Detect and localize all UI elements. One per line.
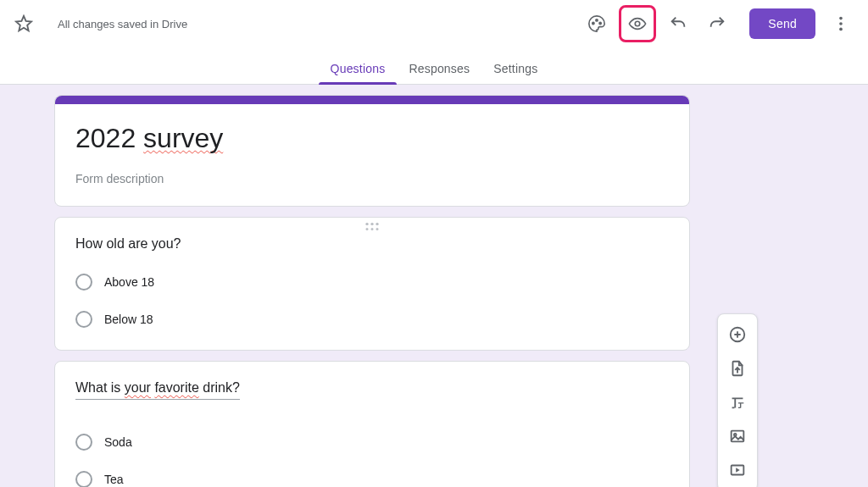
import-questions-icon[interactable]	[721, 351, 754, 385]
question-card-1[interactable]: How old are you? Above 18 Below 18	[54, 217, 690, 351]
question-title[interactable]: What is your favorite drink?	[75, 380, 240, 400]
svg-point-3	[636, 21, 641, 26]
star-icon[interactable]	[7, 7, 41, 41]
form-title-part2: survey	[143, 123, 223, 153]
option-row[interactable]: Soda	[75, 427, 669, 464]
accent-bar	[55, 96, 689, 104]
redo-icon[interactable]	[700, 7, 734, 41]
radio-icon	[75, 471, 92, 487]
header: All changes saved in Drive	[0, 0, 868, 47]
undo-icon[interactable]	[661, 7, 695, 41]
option-row[interactable]: Tea	[75, 464, 669, 487]
preview-icon[interactable]	[619, 5, 656, 42]
svg-point-6	[839, 28, 843, 31]
palette-icon[interactable]	[580, 7, 614, 41]
svg-point-2	[599, 22, 601, 24]
question-card-2[interactable]: What is your favorite drink? Soda Tea	[54, 361, 690, 487]
option-row[interactable]: Above 18	[75, 267, 669, 304]
form-header-card[interactable]: 2022 survey Form description	[54, 95, 690, 207]
tabs: Questions Responses Settings	[0, 47, 868, 85]
add-question-icon[interactable]	[721, 318, 754, 351]
form-description[interactable]: Form description	[75, 172, 669, 185]
svg-point-5	[839, 22, 843, 25]
svg-point-4	[839, 17, 843, 20]
send-button[interactable]: Send	[749, 8, 815, 39]
option-label: Soda	[104, 435, 132, 449]
form-title[interactable]: 2022 survey	[75, 121, 223, 157]
drag-handle-icon[interactable]	[366, 223, 379, 230]
question-title[interactable]: How old are you?	[75, 236, 181, 252]
add-image-icon[interactable]	[721, 419, 754, 453]
tab-settings[interactable]: Settings	[481, 62, 549, 84]
option-label: Below 18	[104, 313, 153, 326]
option-label: Tea	[104, 473, 124, 486]
option-label: Above 18	[104, 275, 154, 289]
option-row[interactable]: Below 18	[75, 304, 669, 331]
radio-icon	[75, 434, 92, 451]
save-status: All changes saved in Drive	[58, 18, 187, 30]
svg-point-1	[596, 19, 598, 21]
svg-point-0	[593, 22, 594, 24]
svg-rect-8	[732, 431, 744, 442]
floating-toolbar	[717, 313, 758, 487]
add-video-icon[interactable]	[721, 453, 754, 487]
more-icon[interactable]	[824, 7, 858, 41]
radio-icon	[75, 274, 92, 291]
form-canvas: 2022 survey Form description How old are…	[0, 85, 868, 487]
form-title-part1: 2022	[75, 123, 143, 153]
add-title-icon[interactable]	[721, 385, 754, 419]
tab-questions[interactable]: Questions	[319, 62, 398, 84]
radio-icon	[75, 311, 92, 328]
tab-responses[interactable]: Responses	[397, 62, 481, 84]
